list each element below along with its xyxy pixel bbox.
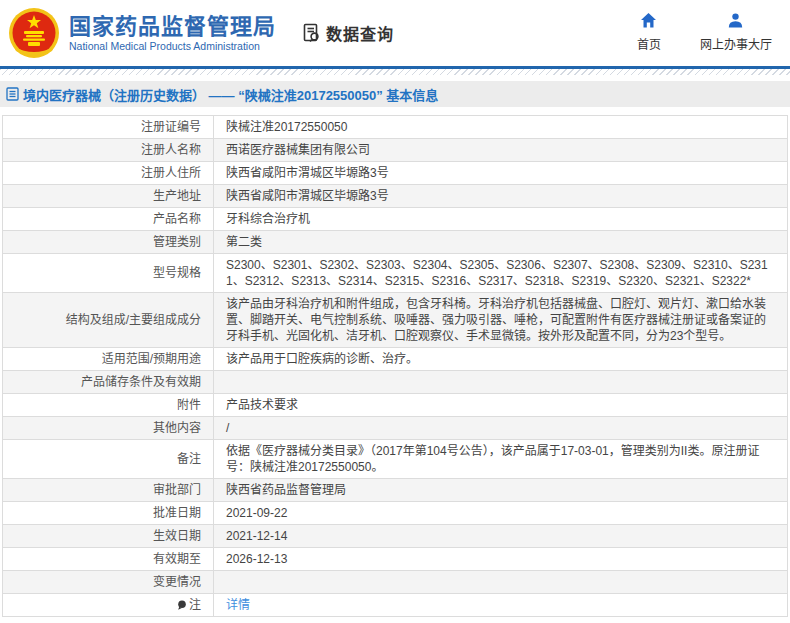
site-title-en: National Medical Products Administration bbox=[69, 39, 276, 53]
field-value bbox=[214, 371, 788, 394]
field-label: 审批部门 bbox=[3, 479, 214, 502]
field-value: 陕西省咸阳市渭城区毕塬路3号 bbox=[214, 162, 788, 185]
field-label: 生效日期 bbox=[3, 525, 214, 548]
field-value: / bbox=[214, 417, 788, 440]
field-value: 牙科综合治疗机 bbox=[214, 208, 788, 231]
field-value bbox=[214, 571, 788, 594]
table-row: 产品名称牙科综合治疗机 bbox=[3, 208, 788, 231]
field-value: S2300、S2301、S2302、S2303、S2304、S2305、S230… bbox=[214, 254, 788, 293]
table-row: 注详情 bbox=[3, 594, 788, 617]
field-label: 注册人住所 bbox=[3, 162, 214, 185]
data-query-label: 数据查询 bbox=[326, 21, 394, 45]
field-label: 产品储存条件及有效期 bbox=[3, 371, 214, 394]
table-row: 结构及组成/主要组成成分该产品由牙科治疗机和附件组成，包含牙科椅。牙科治疗机包括… bbox=[3, 293, 788, 348]
document-icon bbox=[6, 87, 19, 101]
table-row: 适用范围/预期用途该产品用于口腔疾病的诊断、治疗。 bbox=[3, 348, 788, 371]
registration-info-table: 注册证编号陕械注准20172550050注册人名称西诺医疗器械集团有限公司注册人… bbox=[2, 115, 788, 617]
field-label: 注册人名称 bbox=[3, 139, 214, 162]
table-row: 产品储存条件及有效期 bbox=[3, 371, 788, 394]
field-label: 适用范围/预期用途 bbox=[3, 348, 214, 371]
field-label: 生产地址 bbox=[3, 185, 214, 208]
table-row: 有效期至2026-12-13 bbox=[3, 548, 788, 571]
field-label: 结构及组成/主要组成成分 bbox=[3, 293, 214, 348]
table-row: 附件产品技术要求 bbox=[3, 394, 788, 417]
nav-label-home: 首页 bbox=[637, 35, 661, 52]
table-row: 型号规格S2300、S2301、S2302、S2303、S2304、S2305、… bbox=[3, 254, 788, 293]
site-title-cn: 国家药品监督管理局 bbox=[69, 14, 276, 39]
field-value: 2021-09-22 bbox=[214, 502, 788, 525]
field-label: 注 bbox=[3, 594, 214, 617]
field-label: 附件 bbox=[3, 394, 214, 417]
field-value: 西诺医疗器械集团有限公司 bbox=[214, 139, 788, 162]
field-label: 批准日期 bbox=[3, 502, 214, 525]
field-value: 第二类 bbox=[214, 231, 788, 254]
table-row: 其他内容/ bbox=[3, 417, 788, 440]
page-title: 境内医疗器械（注册历史数据） —— “陕械注准20172550050” 基本信息 bbox=[23, 85, 438, 104]
table-row: 管理类别第二类 bbox=[3, 231, 788, 254]
table-row: 生效日期2021-12-14 bbox=[3, 525, 788, 548]
table-row: 注册人名称西诺医疗器械集团有限公司 bbox=[3, 139, 788, 162]
field-value: 依据《医疗器械分类目录》（2017年第104号公告），该产品属于17-03-01… bbox=[214, 440, 788, 479]
site-logo[interactable]: 国家药品监督管理局 National Medical Products Admi… bbox=[0, 7, 276, 59]
field-value: 该产品用于口腔疾病的诊断、治疗。 bbox=[214, 348, 788, 371]
nav-item-service-hall[interactable]: 网上办事大厅 bbox=[700, 12, 772, 52]
field-label: 产品名称 bbox=[3, 208, 214, 231]
field-label: 管理类别 bbox=[3, 231, 214, 254]
info-table-wrap: 注册证编号陕械注准20172550050注册人名称西诺医疗器械集团有限公司注册人… bbox=[0, 107, 790, 617]
breadcrumb: 境内医疗器械（注册历史数据） —— “陕械注准20172550050” 基本信息 bbox=[0, 81, 790, 107]
field-value: 2021-12-14 bbox=[214, 525, 788, 548]
site-header: 国家药品监督管理局 National Medical Products Admi… bbox=[0, 0, 790, 66]
details-link[interactable]: 详情 bbox=[226, 598, 250, 612]
table-row: 备注依据《医疗器械分类目录》（2017年第104号公告），该产品属于17-03-… bbox=[3, 440, 788, 479]
table-row: 注册证编号陕械注准20172550050 bbox=[3, 116, 788, 139]
nav-item-home[interactable]: 首页 bbox=[632, 12, 666, 52]
table-row: 生产地址陕西省咸阳市渭城区毕塬路3号 bbox=[3, 185, 788, 208]
data-query-tab[interactable]: 数据查询 bbox=[302, 21, 394, 45]
table-row: 注册人住所陕西省咸阳市渭城区毕塬路3号 bbox=[3, 162, 788, 185]
field-label: 备注 bbox=[3, 440, 214, 479]
field-value: 2026-12-13 bbox=[214, 548, 788, 571]
field-value: 陕西省咸阳市渭城区毕塬路3号 bbox=[214, 185, 788, 208]
field-value: 详情 bbox=[214, 594, 788, 617]
document-search-icon bbox=[302, 23, 322, 43]
table-row: 变更情况 bbox=[3, 571, 788, 594]
note-icon bbox=[177, 600, 187, 610]
field-label: 变更情况 bbox=[3, 571, 214, 594]
user-icon bbox=[727, 12, 744, 29]
table-row: 批准日期2021-09-22 bbox=[3, 502, 788, 525]
field-label: 型号规格 bbox=[3, 254, 214, 293]
table-row: 审批部门陕西省药品监督管理局 bbox=[3, 479, 788, 502]
field-value: 陕西省药品监督管理局 bbox=[214, 479, 788, 502]
field-value: 该产品由牙科治疗机和附件组成，包含牙科椅。牙科治疗机包括器械盘、口腔灯、观片灯、… bbox=[214, 293, 788, 348]
field-label: 注册证编号 bbox=[3, 116, 214, 139]
field-label: 有效期至 bbox=[3, 548, 214, 571]
nav-label-service-hall: 网上办事大厅 bbox=[700, 35, 772, 52]
site-title-block: 国家药品监督管理局 National Medical Products Admi… bbox=[69, 14, 276, 53]
field-value: 陕械注准20172550050 bbox=[214, 116, 788, 139]
header-nav: 首页 网上办事大厅 bbox=[632, 12, 772, 52]
national-emblem-icon bbox=[8, 7, 60, 59]
field-label: 其他内容 bbox=[3, 417, 214, 440]
field-value: 产品技术要求 bbox=[214, 394, 788, 417]
home-icon bbox=[640, 12, 657, 29]
